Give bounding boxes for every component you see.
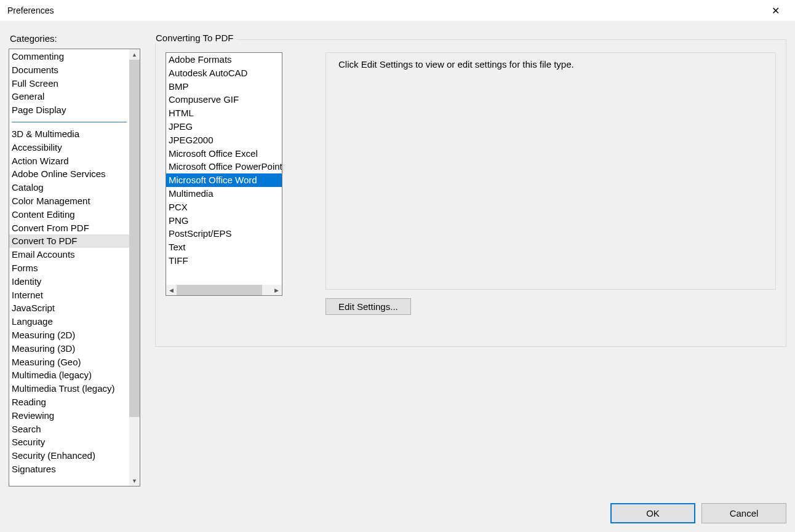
settings-column: Converting To PDF Adobe FormatsAutodesk … xyxy=(155,33,786,494)
format-item[interactable]: Compuserve GIF xyxy=(166,93,282,106)
content-area: Categories: CommentingDocumentsFull Scre… xyxy=(9,33,786,494)
category-item[interactable]: Action Wizard xyxy=(9,154,129,168)
format-item[interactable]: Adobe Formats xyxy=(166,53,282,66)
format-item[interactable]: PostScript/EPS xyxy=(166,227,282,240)
category-divider xyxy=(12,122,127,122)
category-item[interactable]: Reviewing xyxy=(9,409,129,423)
category-item[interactable]: Measuring (3D) xyxy=(9,342,129,355)
category-item[interactable]: Color Management xyxy=(9,194,129,208)
category-item[interactable]: Adobe Online Services xyxy=(9,167,129,181)
edit-button-row: Edit Settings... xyxy=(326,298,776,315)
titlebar: Preferences ✕ xyxy=(0,0,795,21)
scroll-thumb[interactable] xyxy=(129,60,140,417)
category-item[interactable]: Email Accounts xyxy=(9,248,129,261)
category-item[interactable]: Multimedia Trust (legacy) xyxy=(9,382,129,395)
format-item[interactable]: TIFF xyxy=(166,254,282,268)
category-item[interactable]: Page Display xyxy=(9,103,129,117)
category-item[interactable]: Security (Enhanced) xyxy=(9,449,129,463)
scroll-track[interactable] xyxy=(129,60,140,475)
h-scroll-thumb[interactable] xyxy=(177,285,262,295)
h-scroll-track[interactable] xyxy=(177,285,271,295)
category-item[interactable]: JavaScript xyxy=(9,301,129,315)
cancel-button[interactable]: Cancel xyxy=(701,503,786,523)
scroll-down-icon[interactable]: ▼ xyxy=(129,475,140,486)
edit-settings-button[interactable]: Edit Settings... xyxy=(326,298,411,315)
window-title: Preferences xyxy=(7,6,54,15)
format-item[interactable]: JPEG2000 xyxy=(166,133,282,147)
close-icon[interactable]: ✕ xyxy=(763,5,788,17)
category-item[interactable]: Convert To PDF xyxy=(9,234,129,248)
category-item[interactable]: Content Editing xyxy=(9,208,129,221)
category-item[interactable]: Forms xyxy=(9,261,129,275)
converting-group: Converting To PDF Adobe FormatsAutodesk … xyxy=(155,39,786,347)
format-item[interactable]: Multimedia xyxy=(166,187,282,200)
format-item[interactable]: PNG xyxy=(166,214,282,228)
category-item[interactable]: General xyxy=(9,90,129,103)
categories-listbox[interactable]: CommentingDocumentsFull ScreenGeneralPag… xyxy=(9,49,140,486)
format-item[interactable]: JPEG xyxy=(166,120,282,133)
ok-button[interactable]: OK xyxy=(610,503,695,523)
info-box: Click Edit Settings to view or edit sett… xyxy=(326,52,776,290)
format-item[interactable]: Autodesk AutoCAD xyxy=(166,66,282,80)
category-item[interactable]: Language xyxy=(9,315,129,328)
format-item[interactable]: Microsoft Office Word xyxy=(166,173,282,187)
scroll-up-icon[interactable]: ▲ xyxy=(129,49,140,60)
scroll-right-icon[interactable]: ▶ xyxy=(271,285,282,295)
format-h-scrollbar[interactable]: ◀ ▶ xyxy=(166,285,282,295)
dialog-footer: OK Cancel xyxy=(9,494,786,523)
category-item[interactable]: Reading xyxy=(9,395,129,409)
category-item[interactable]: Internet xyxy=(9,288,129,302)
categories-scrollbar[interactable]: ▲ ▼ xyxy=(129,49,140,486)
group-title: Converting To PDF xyxy=(152,33,237,43)
category-item[interactable]: Convert From PDF xyxy=(9,221,129,235)
info-text: Click Edit Settings to view or edit sett… xyxy=(338,59,763,69)
category-item[interactable]: Measuring (Geo) xyxy=(9,355,129,369)
group-inner: Adobe FormatsAutodesk AutoCADBMPCompuser… xyxy=(166,52,776,336)
scroll-left-icon[interactable]: ◀ xyxy=(166,285,177,295)
category-item[interactable]: Identity xyxy=(9,275,129,288)
settings-pane: Click Edit Settings to view or edit sett… xyxy=(326,52,776,315)
category-item[interactable]: Documents xyxy=(9,63,129,77)
categories-list-inner: CommentingDocumentsFull ScreenGeneralPag… xyxy=(9,49,129,486)
category-item[interactable]: Multimedia (legacy) xyxy=(9,368,129,382)
category-item[interactable]: Measuring (2D) xyxy=(9,328,129,342)
category-item[interactable]: Full Screen xyxy=(9,77,129,90)
format-listbox[interactable]: Adobe FormatsAutodesk AutoCADBMPCompuser… xyxy=(166,52,282,296)
category-item[interactable]: Commenting xyxy=(9,50,129,63)
preferences-window: Preferences ✕ Categories: CommentingDocu… xyxy=(0,0,795,532)
format-list-inner: Adobe FormatsAutodesk AutoCADBMPCompuser… xyxy=(166,53,282,285)
format-item[interactable]: Microsoft Office PowerPoint xyxy=(166,160,282,173)
format-item[interactable]: HTML xyxy=(166,106,282,120)
categories-column: Categories: CommentingDocumentsFull Scre… xyxy=(9,33,140,494)
category-item[interactable]: Catalog xyxy=(9,181,129,194)
format-item[interactable]: Microsoft Office Excel xyxy=(166,147,282,161)
categories-label: Categories: xyxy=(10,33,140,44)
category-item[interactable]: Security xyxy=(9,435,129,449)
category-item[interactable]: Accessibility xyxy=(9,141,129,154)
format-item[interactable]: Text xyxy=(166,240,282,254)
format-item[interactable]: BMP xyxy=(166,80,282,93)
category-item[interactable]: 3D & Multimedia xyxy=(9,127,129,141)
category-item[interactable]: Signatures xyxy=(9,463,129,476)
format-item[interactable]: PCX xyxy=(166,200,282,214)
category-item[interactable]: Search xyxy=(9,423,129,436)
dialog-body: Categories: CommentingDocumentsFull Scre… xyxy=(0,21,795,532)
